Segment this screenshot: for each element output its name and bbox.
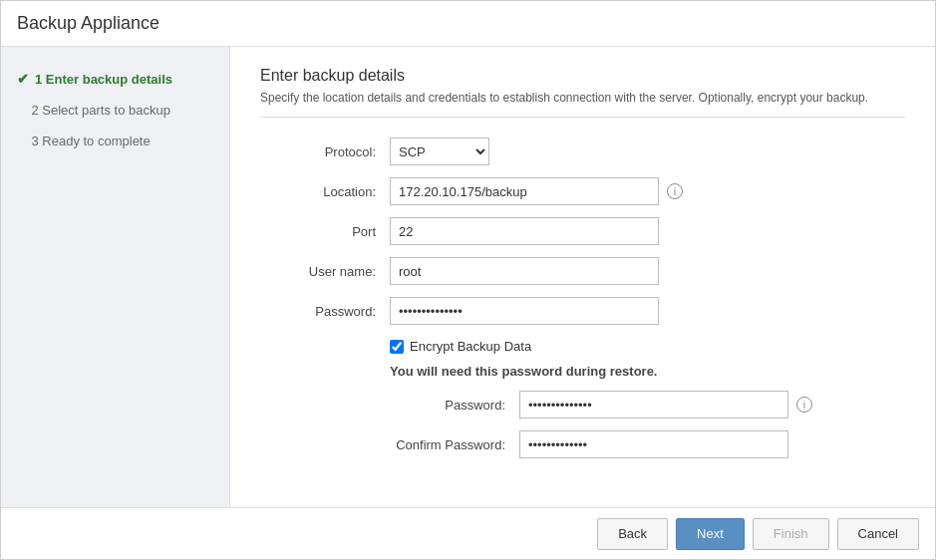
sidebar-step3-label: 3 Ready to complete: [17, 134, 151, 148]
password-input[interactable]: [390, 297, 659, 325]
content-area: ✔ 1 Enter backup details 2 Select parts …: [1, 47, 935, 507]
footer: Back Next Finish Cancel: [1, 507, 935, 559]
protocol-field: SCP SFTP FTP: [390, 138, 489, 165]
encrypt-section: You will need this password during resto…: [390, 364, 905, 458]
enc-password-field: i: [519, 391, 812, 419]
confirm-password-row: Confirm Password:: [390, 430, 905, 458]
username-label: User name:: [260, 264, 390, 279]
enc-password-input[interactable]: [519, 391, 788, 419]
check-icon: ✔: [17, 71, 29, 87]
confirm-password-field: [519, 430, 788, 458]
window-title: Backup Appliance: [17, 13, 919, 34]
location-info-icon[interactable]: i: [667, 183, 683, 199]
enc-password-label: Password:: [390, 398, 519, 413]
section-title: Enter backup details: [260, 67, 905, 85]
port-row: Port: [260, 217, 905, 245]
username-input[interactable]: [390, 257, 659, 285]
main-panel: Enter backup details Specify the locatio…: [230, 47, 935, 507]
password-label: Password:: [260, 304, 390, 319]
sidebar: ✔ 1 Enter backup details 2 Select parts …: [1, 47, 230, 507]
title-bar: Backup Appliance: [1, 1, 935, 47]
main-window: Backup Appliance ✔ 1 Enter backup detail…: [0, 0, 936, 560]
port-field: [390, 217, 659, 245]
location-input[interactable]: [390, 177, 659, 205]
password-row: Password:: [260, 297, 905, 325]
cancel-button[interactable]: Cancel: [837, 518, 919, 550]
sidebar-item-select-parts[interactable]: 2 Select parts to backup: [1, 95, 229, 126]
username-field: [390, 257, 659, 285]
port-label: Port: [260, 224, 390, 239]
confirm-password-input[interactable]: [519, 430, 788, 458]
sidebar-step1-label: 1 Enter backup details: [35, 72, 172, 87]
location-row: Location: i: [260, 177, 905, 205]
location-field: i: [390, 177, 683, 205]
encrypt-checkbox[interactable]: [390, 340, 404, 354]
sidebar-step2-label: 2 Select parts to backup: [17, 103, 170, 118]
confirm-password-label: Confirm Password:: [390, 437, 519, 452]
encrypt-checkbox-row: Encrypt Backup Data: [390, 339, 905, 354]
port-input[interactable]: [390, 217, 659, 245]
enc-password-row: Password: i: [390, 391, 905, 419]
encrypt-checkbox-label[interactable]: Encrypt Backup Data: [410, 339, 531, 354]
location-label: Location:: [260, 184, 390, 199]
protocol-row: Protocol: SCP SFTP FTP: [260, 138, 905, 165]
back-button[interactable]: Back: [597, 518, 668, 550]
protocol-select[interactable]: SCP SFTP FTP: [390, 138, 489, 165]
sidebar-item-ready[interactable]: 3 Ready to complete: [1, 126, 229, 156]
username-row: User name:: [260, 257, 905, 285]
encrypt-note: You will need this password during resto…: [390, 364, 905, 379]
next-button[interactable]: Next: [676, 518, 745, 550]
sidebar-item-enter-backup[interactable]: ✔ 1 Enter backup details: [1, 63, 229, 95]
finish-button[interactable]: Finish: [753, 518, 829, 550]
protocol-label: Protocol:: [260, 144, 390, 159]
enc-password-info-icon[interactable]: i: [796, 397, 812, 413]
section-subtitle: Specify the location details and credent…: [260, 91, 905, 118]
password-field: [390, 297, 659, 325]
